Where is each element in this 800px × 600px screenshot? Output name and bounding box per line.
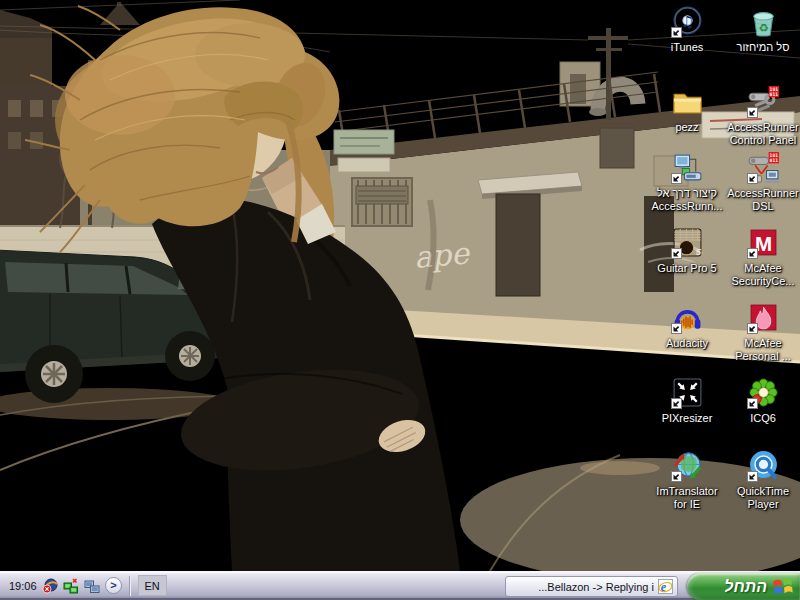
taskbar-divider [129,576,131,596]
icon-label: סל המיחזור [737,41,790,54]
hide-icons-chevron-button[interactable]: > [105,577,122,594]
shortcut-arrow-icon [671,173,682,184]
desktop-icon-accessrunner-shortcut[interactable]: קיצור דרך אלAccessRunn... [644,151,730,213]
language-indicator[interactable]: EN [138,575,167,596]
mcafee-flame-icon [747,301,780,334]
icon-label: pezz [675,121,698,134]
icon-label-line2: SecurityCe... [732,275,795,288]
shortcut-arrow-icon [671,323,682,334]
shortcut-arrow-icon [671,27,682,38]
window-button-label: ...Bellazon -> Replying i [538,581,654,593]
internet-explorer-icon: e [658,579,673,594]
shortcut-arrow-icon [671,248,682,259]
desktop-icon-mcafee-securitycenter[interactable]: M McAfeeSecurityCe... [720,226,800,288]
icon-label: PIXresizer [662,412,713,425]
system-tray: 19:06 > EN [0,572,167,599]
icon-label: McAfee [732,262,795,275]
desktop-icon-accessrunner-dsl[interactable]: 101 011 AccessRunnerDSL [720,151,800,213]
desktop-icon-pixresizer[interactable]: PIXresizer [644,376,730,425]
resize-arrows-icon [671,376,704,409]
headphones-waveform-icon [671,301,704,334]
desktop-icon-audacity[interactable]: Audacity [644,301,730,350]
desktop-icon-mcafee-personal[interactable]: McAfeePersonal ... [720,301,800,363]
recycle-bin-icon: ♻ [747,5,780,38]
desktop-icon-accessrunner-control-panel[interactable]: 101 011 AccessRunnerControl Panel [720,85,800,147]
start-button-label: התחל [724,578,767,596]
shortcut-arrow-icon [747,323,758,334]
desktop-icon-icq6[interactable]: ICQ6 [720,376,800,425]
desktop-icon-imtranslator[interactable]: ImTranslatorfor IE [644,449,730,511]
icon-label: קיצור דרך אל [652,187,723,200]
icon-label-line2: AccessRunn... [652,200,723,213]
taskbar-window-button[interactable]: ...Bellazon -> Replying i e [505,576,678,597]
taskbar-clock[interactable]: 19:06 [9,580,37,592]
network-status-icon[interactable] [84,578,100,594]
icon-label-line2: Control Panel [727,134,799,147]
network-computers-icon [671,151,704,184]
svg-text:011: 011 [769,158,778,163]
desktop-icon-quicktime[interactable]: QuickTimePlayer [720,449,800,511]
icon-label: AccessRunner [727,121,799,134]
shortcut-arrow-icon [747,471,758,482]
icon-label: QuickTime [737,485,789,498]
shortcut-arrow-icon [747,398,758,409]
guitar-soundhole-icon: 5 [671,226,704,259]
icon-label: ImTranslator [656,485,717,498]
svg-text:011: 011 [769,92,778,97]
itunes-cd-icon: ♫ [671,5,704,38]
desktop-icon-pezz[interactable]: pezz [644,85,730,134]
taskbar: 19:06 > EN ...Bellazon -> Replying i [0,571,800,600]
desktop-icon-recycle-bin[interactable]: ♻ סל המיחזור [720,5,800,54]
modem-wrench-icon: 101 011 [747,85,780,118]
shortcut-arrow-icon [671,398,682,409]
folder-icon [671,85,704,118]
mcafee-tray-icon[interactable] [42,578,58,594]
globe-translate-icon [671,449,704,482]
icon-label-line2: Player [737,498,789,511]
modem-computer-icon: 101 011 [747,151,780,184]
quicktime-q-icon [747,449,780,482]
icon-label-line2: for IE [656,498,717,511]
shortcut-arrow-icon [747,173,758,184]
icon-label: ICQ6 [750,412,776,425]
windows-logo-icon [773,577,793,597]
icon-label-line2: Personal ... [735,350,791,363]
icon-label: AccessRunner [727,187,799,200]
icon-label: Audacity [666,337,708,350]
shortcut-arrow-icon [747,107,758,118]
icon-label: Guitar Pro 5 [657,262,716,275]
svg-text:♻: ♻ [758,21,768,35]
icq-flower-icon [747,376,780,409]
network-status-alert-icon[interactable] [63,578,79,594]
svg-text:♫: ♫ [680,13,694,31]
shortcut-arrow-icon [747,248,758,259]
mcafee-m-icon: M [747,226,780,259]
desktop: ape [0,0,800,571]
shortcut-arrow-icon [671,471,682,482]
graffiti-text: ape [413,235,473,275]
desktop-icon-itunes[interactable]: ♫ iTunes [644,5,730,54]
svg-text:5: 5 [695,247,701,257]
start-button[interactable]: התחל [687,573,800,600]
desktop-icon-guitar-pro-5[interactable]: 5 Guitar Pro 5 [644,226,730,275]
icon-label: iTunes [671,41,704,54]
icon-label: McAfee [735,337,791,350]
icon-label-line2: DSL [727,200,799,213]
utility-pole [606,28,611,120]
